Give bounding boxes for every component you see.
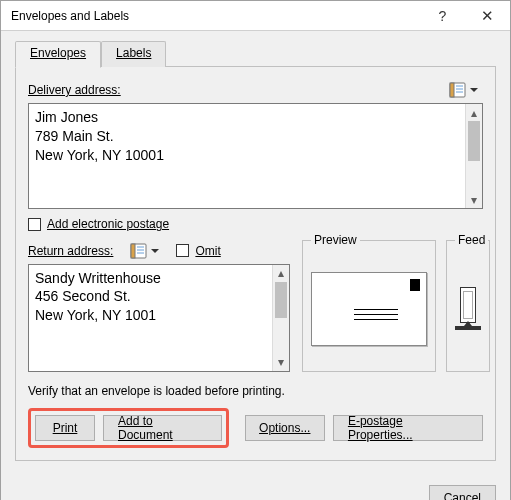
verify-text: Verify that an envelope is loaded before…: [28, 384, 483, 398]
tabstrip: Envelopes Labels: [15, 41, 496, 67]
cancel-button[interactable]: Cancel: [429, 485, 496, 501]
return-scrollbar[interactable]: ▴ ▾: [272, 265, 289, 371]
return-address-label: Return address:: [28, 244, 113, 258]
checkbox-box: [176, 244, 189, 257]
preview-label: Preview: [311, 233, 360, 247]
titlebar: Envelopes and Labels ? ✕: [1, 1, 510, 31]
dialog-footer: Cancel: [1, 475, 510, 501]
return-address-field[interactable]: Sandy Writtenhouse 456 Second St. New Yo…: [28, 264, 290, 372]
address-lines-icon: [354, 309, 398, 324]
return-address-text: Sandy Writtenhouse 456 Second St. New Yo…: [29, 265, 272, 371]
epostage-properties-button[interactable]: E-postage Properties...: [333, 415, 483, 441]
feed-preview-icon: [455, 287, 481, 330]
omit-checkbox[interactable]: Omit: [176, 244, 220, 258]
address-book-icon: [449, 82, 467, 98]
tab-envelopes[interactable]: Envelopes: [15, 41, 101, 68]
close-button[interactable]: ✕: [465, 1, 510, 31]
envelope-preview-icon: [311, 272, 427, 346]
omit-label: Omit: [195, 244, 220, 258]
tab-labels[interactable]: Labels: [101, 41, 166, 67]
add-electronic-postage-label: Add electronic postage: [47, 217, 169, 231]
dialog-title: Envelopes and Labels: [11, 9, 420, 23]
help-button[interactable]: ?: [420, 1, 465, 31]
envelopes-labels-dialog: Envelopes and Labels ? ✕ Envelopes Label…: [0, 0, 511, 500]
return-address-book-button[interactable]: [125, 240, 164, 262]
svg-rect-1: [450, 83, 454, 97]
scroll-down-icon[interactable]: ▾: [273, 354, 289, 371]
checkbox-box: [28, 218, 41, 231]
return-header: Return address:: [28, 240, 290, 262]
options-button[interactable]: Options...: [245, 415, 325, 441]
return-column: Return address:: [28, 240, 290, 372]
svg-rect-6: [131, 244, 135, 258]
stamp-icon: [410, 279, 420, 291]
scroll-down-icon[interactable]: ▾: [466, 191, 482, 208]
delivery-address-book-button[interactable]: [444, 79, 483, 101]
scroll-thumb[interactable]: [468, 121, 480, 161]
scroll-thumb[interactable]: [275, 282, 287, 318]
delivery-address-text: Jim Jones 789 Main St. New York, NY 1000…: [29, 104, 465, 208]
add-to-document-button[interactable]: Add to Document: [103, 415, 222, 441]
address-book-icon: [130, 243, 148, 259]
scroll-up-icon[interactable]: ▴: [466, 104, 482, 121]
right-column: Preview Feed: [302, 240, 490, 372]
dialog-content: Envelopes Labels Delivery address:: [1, 31, 510, 475]
delivery-label-row: Delivery address:: [28, 79, 483, 101]
preview-group[interactable]: Preview: [302, 240, 436, 372]
delivery-address-field[interactable]: Jim Jones 789 Main St. New York, NY 1000…: [28, 103, 483, 209]
print-button[interactable]: Print: [35, 415, 95, 441]
scroll-up-icon[interactable]: ▴: [273, 265, 289, 282]
button-row: Print Add to Document Options... E-posta…: [28, 408, 483, 448]
chevron-down-icon: [470, 88, 478, 92]
delivery-scrollbar[interactable]: ▴ ▾: [465, 104, 482, 208]
mid-row: Return address:: [28, 240, 483, 372]
feed-group[interactable]: Feed: [446, 240, 490, 372]
feed-label: Feed: [455, 233, 488, 247]
delivery-address-label: Delivery address:: [28, 83, 121, 97]
chevron-down-icon: [151, 249, 159, 253]
add-electronic-postage-checkbox[interactable]: Add electronic postage: [28, 217, 169, 231]
return-address-box: Sandy Writtenhouse 456 Second St. New Yo…: [28, 264, 290, 372]
delivery-address-box: Jim Jones 789 Main St. New York, NY 1000…: [28, 103, 483, 209]
envelopes-pane: Delivery address:: [15, 67, 496, 461]
highlight-box: Print Add to Document: [28, 408, 229, 448]
